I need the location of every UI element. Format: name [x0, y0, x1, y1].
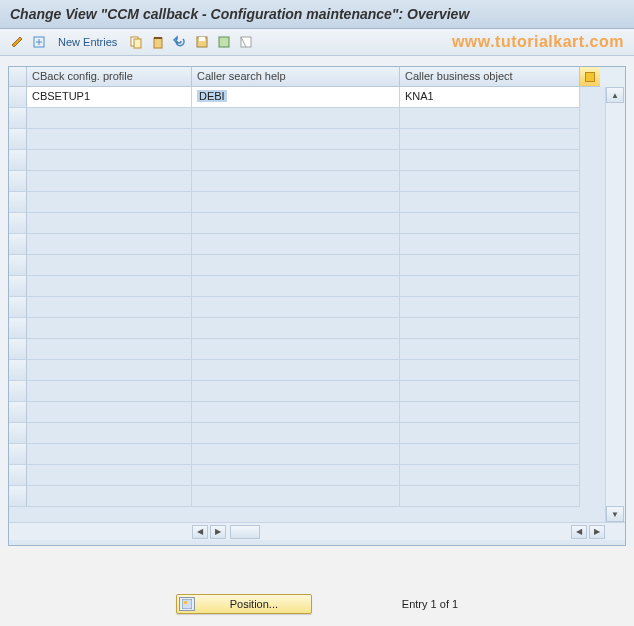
save-icon[interactable] [193, 33, 211, 51]
cell[interactable] [400, 129, 580, 150]
toggle-display-icon[interactable] [8, 33, 26, 51]
table-settings-icon[interactable] [580, 67, 600, 87]
cell[interactable] [400, 297, 580, 318]
row-selector[interactable] [9, 297, 27, 318]
cell[interactable] [192, 444, 400, 465]
cell[interactable] [400, 339, 580, 360]
cell[interactable] [27, 255, 192, 276]
cell[interactable] [192, 108, 400, 129]
cell[interactable] [400, 360, 580, 381]
scroll-up-icon[interactable]: ▲ [606, 87, 624, 103]
cell[interactable] [192, 129, 400, 150]
cell[interactable] [27, 234, 192, 255]
cell[interactable] [192, 339, 400, 360]
row-selector[interactable] [9, 381, 27, 402]
scroll-left-end-icon[interactable]: ◀ [571, 525, 587, 539]
cell[interactable] [192, 486, 400, 507]
cell[interactable] [192, 276, 400, 297]
row-selector[interactable] [9, 171, 27, 192]
row-selector[interactable] [9, 486, 27, 507]
cell[interactable] [192, 318, 400, 339]
scroll-right-end-icon[interactable]: ▶ [589, 525, 605, 539]
expand-icon[interactable] [30, 33, 48, 51]
cell[interactable] [27, 360, 192, 381]
delete-icon[interactable] [149, 33, 167, 51]
cell[interactable] [400, 444, 580, 465]
scroll-down-icon[interactable]: ▼ [606, 506, 624, 522]
cell[interactable] [27, 318, 192, 339]
row-selector[interactable] [9, 444, 27, 465]
cell[interactable] [192, 402, 400, 423]
cell[interactable] [400, 213, 580, 234]
position-button[interactable]: Position... [176, 594, 312, 614]
cell[interactable] [400, 234, 580, 255]
cell[interactable] [27, 465, 192, 486]
row-selector[interactable] [9, 87, 27, 108]
cell-bobject[interactable]: KNA1 [400, 87, 580, 108]
cell[interactable] [192, 192, 400, 213]
cell[interactable] [27, 381, 192, 402]
cell[interactable] [400, 318, 580, 339]
cell[interactable] [400, 108, 580, 129]
cell[interactable] [27, 486, 192, 507]
cell[interactable] [400, 423, 580, 444]
cell[interactable] [192, 297, 400, 318]
column-header-profile[interactable]: CBack config. profile [27, 67, 192, 87]
row-selector[interactable] [9, 339, 27, 360]
cell[interactable] [400, 171, 580, 192]
cell[interactable] [400, 192, 580, 213]
select-all-rows[interactable] [9, 67, 27, 87]
cell[interactable] [192, 360, 400, 381]
row-selector[interactable] [9, 150, 27, 171]
cell[interactable] [400, 486, 580, 507]
cell[interactable] [27, 297, 192, 318]
cell-searchhelp[interactable]: DEBI [192, 87, 400, 108]
column-header-bobject[interactable]: Caller business object [400, 67, 580, 87]
cell[interactable] [192, 255, 400, 276]
cell[interactable] [192, 171, 400, 192]
select-all-icon[interactable] [215, 33, 233, 51]
row-selector[interactable] [9, 234, 27, 255]
scroll-left-icon[interactable]: ◀ [192, 525, 208, 539]
cell[interactable] [27, 192, 192, 213]
row-selector[interactable] [9, 192, 27, 213]
cell[interactable] [192, 234, 400, 255]
cell[interactable] [192, 381, 400, 402]
cell[interactable] [400, 402, 580, 423]
cell[interactable] [27, 276, 192, 297]
cell[interactable] [27, 213, 192, 234]
row-selector[interactable] [9, 213, 27, 234]
cell[interactable] [192, 213, 400, 234]
cell-profile[interactable]: CBSETUP1 [27, 87, 192, 108]
row-selector[interactable] [9, 276, 27, 297]
row-selector[interactable] [9, 402, 27, 423]
cell[interactable] [27, 171, 192, 192]
new-entries-button[interactable]: New Entries [52, 36, 123, 48]
cell[interactable] [27, 444, 192, 465]
row-selector[interactable] [9, 129, 27, 150]
cell[interactable] [400, 381, 580, 402]
cell[interactable] [27, 339, 192, 360]
cell[interactable] [400, 465, 580, 486]
cell[interactable] [27, 402, 192, 423]
cell[interactable] [400, 276, 580, 297]
undo-icon[interactable] [171, 33, 189, 51]
cell[interactable] [27, 108, 192, 129]
row-selector[interactable] [9, 360, 27, 381]
copy-icon[interactable] [127, 33, 145, 51]
cell[interactable] [27, 129, 192, 150]
row-selector[interactable] [9, 108, 27, 129]
column-header-searchhelp[interactable]: Caller search help [192, 67, 400, 87]
cell[interactable] [192, 465, 400, 486]
row-selector[interactable] [9, 423, 27, 444]
vertical-scrollbar[interactable]: ▲ ▼ [605, 87, 625, 522]
cell[interactable] [192, 150, 400, 171]
cell[interactable] [400, 255, 580, 276]
row-selector[interactable] [9, 255, 27, 276]
row-selector[interactable] [9, 318, 27, 339]
deselect-icon[interactable] [237, 33, 255, 51]
cell[interactable] [27, 150, 192, 171]
cell[interactable] [27, 423, 192, 444]
cell[interactable] [192, 423, 400, 444]
scroll-thumb[interactable] [230, 525, 260, 539]
